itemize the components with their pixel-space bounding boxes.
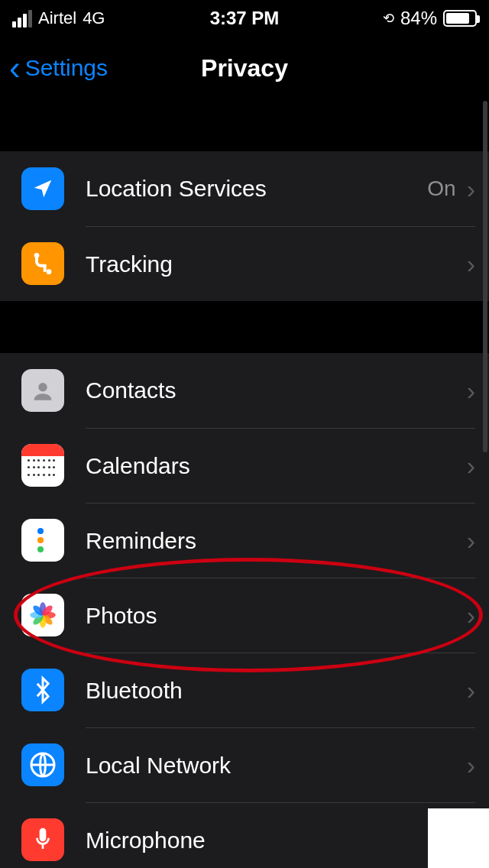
- row-location-services[interactable]: Location Services On ›: [0, 151, 489, 226]
- row-local-network[interactable]: Local Network ›: [0, 727, 489, 802]
- battery-pct: 84%: [400, 8, 437, 29]
- battery-icon: [443, 10, 477, 27]
- row-label: Microphone: [86, 828, 467, 853]
- battery-fill: [446, 13, 469, 24]
- row-label: Contacts: [86, 377, 467, 403]
- svg-point-0: [34, 253, 40, 258]
- chevron-left-icon: ‹: [9, 51, 21, 85]
- tracking-icon: [21, 242, 64, 285]
- chevron-right-icon: ›: [467, 675, 475, 705]
- chevron-right-icon: ›: [467, 601, 475, 630]
- row-label: Bluetooth: [86, 678, 467, 704]
- row-label: Tracking: [86, 251, 467, 277]
- chevron-right-icon: ›: [467, 174, 475, 204]
- microphone-icon: [21, 818, 64, 861]
- privacy-group-1: Location Services On › Tracking ›: [0, 151, 489, 301]
- network-type: 4G: [83, 8, 105, 28]
- bluetooth-icon: [21, 669, 64, 711]
- clock: 3:37 PM: [210, 8, 280, 29]
- privacy-group-2: Contacts › Calendars › Reminders ›: [0, 353, 489, 868]
- location-icon: [21, 167, 64, 210]
- back-label: Settings: [25, 55, 108, 81]
- row-label: Local Network: [86, 753, 467, 779]
- row-contacts[interactable]: Contacts ›: [0, 353, 489, 428]
- contacts-icon: [21, 369, 64, 412]
- row-label: Photos: [86, 603, 467, 629]
- page-title: Privacy: [201, 54, 288, 83]
- row-label: Location Services: [86, 176, 427, 202]
- chevron-right-icon: ›: [467, 750, 475, 780]
- svg-rect-12: [40, 828, 47, 841]
- globe-icon: [21, 743, 64, 786]
- row-photos[interactable]: Photos ›: [0, 578, 489, 653]
- back-button[interactable]: ‹ Settings: [9, 51, 108, 85]
- row-bluetooth[interactable]: Bluetooth ›: [0, 653, 489, 727]
- white-patch: [428, 808, 489, 868]
- reminders-icon: [21, 519, 64, 562]
- row-value: On: [427, 177, 455, 201]
- status-bar: Airtel 4G 3:37 PM ⟲ 84%: [0, 0, 489, 37]
- row-tracking[interactable]: Tracking ›: [0, 226, 489, 301]
- photos-icon: [21, 594, 64, 636]
- chevron-right-icon: ›: [467, 451, 475, 481]
- chevron-right-icon: ›: [467, 249, 475, 279]
- carrier-label: Airtel: [38, 8, 76, 28]
- nav-bar: ‹ Settings Privacy: [0, 37, 489, 99]
- chevron-right-icon: ›: [467, 376, 475, 406]
- chevron-right-icon: ›: [467, 526, 475, 555]
- scrollbar: [483, 101, 487, 452]
- signal-icon: [12, 10, 32, 28]
- svg-point-1: [47, 269, 52, 274]
- row-label: Calendars: [86, 453, 467, 479]
- calendars-icon: [21, 444, 64, 487]
- svg-point-2: [38, 383, 47, 391]
- rotation-lock-icon: ⟲: [383, 10, 394, 27]
- row-reminders[interactable]: Reminders ›: [0, 503, 489, 578]
- row-calendars[interactable]: Calendars ›: [0, 428, 489, 503]
- row-label: Reminders: [86, 528, 467, 554]
- row-microphone[interactable]: Microphone ›: [0, 802, 489, 868]
